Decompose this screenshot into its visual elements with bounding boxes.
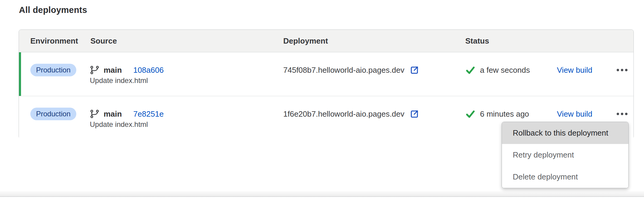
menu-item-retry[interactable]: Retry deployment [502,144,628,166]
table-row: Production main 108a606 Update index.htm… [19,52,633,96]
more-options-button[interactable] [615,66,629,74]
view-build-cell: View build [557,107,592,121]
column-header-environment: Environment [30,30,78,52]
view-build-link[interactable]: View build [557,66,592,75]
section-bottom-band [0,191,644,196]
source-cell: main 108a606 [90,63,164,77]
deployment-url: 745f08b7.helloworld-aio.pages.dev [283,66,404,75]
check-icon [465,65,475,75]
page-title: All deployments [19,5,87,15]
environment-cell: Production [30,107,76,121]
more-options-button[interactable] [615,110,629,118]
deployment-cell: 1f6e20b7.helloworld-aio.pages.dev [283,107,420,121]
external-link-icon[interactable] [409,65,420,75]
column-header-source: Source [90,30,117,52]
menu-item-rollback[interactable]: Rollback to this deployment [502,122,628,144]
section-divider [0,196,644,197]
ellipsis-icon [617,69,619,71]
commit-message: Update index.html [90,120,148,129]
external-link-icon[interactable] [409,109,420,119]
branch-name: main [104,66,122,75]
commit-link[interactable]: 108a606 [133,66,164,75]
check-icon [465,109,475,119]
view-build-link[interactable]: View build [557,109,592,119]
status-cell: 6 minutes ago [465,107,529,121]
status-time: a few seconds [480,66,530,75]
view-build-cell: View build [557,63,592,77]
deployment-url: 1f6e20b7.helloworld-aio.pages.dev [283,109,404,119]
column-header-deployment: Deployment [283,30,328,52]
column-header-status: Status [465,30,489,52]
branch-name: main [104,109,122,119]
table-header-row: Environment Source Deployment Status [19,30,633,52]
commit-message: Update index.html [90,76,148,85]
deployment-context-menu: Rollback to this deployment Retry deploy… [502,122,629,188]
deployments-page: All deployments Environment Source Deplo… [0,0,644,199]
deployment-cell: 745f08b7.helloworld-aio.pages.dev [283,63,420,77]
environment-badge: Production [30,64,76,76]
commit-link[interactable]: 7e8251e [133,109,164,119]
status-time: 6 minutes ago [480,109,529,119]
status-cell: a few seconds [465,63,530,77]
source-cell: main 7e8251e [90,107,164,121]
ellipsis-icon [617,113,619,115]
git-branch-icon [90,109,99,119]
row-actions-cell [614,63,630,77]
menu-item-delete[interactable]: Delete deployment [502,166,628,188]
row-actions-cell [614,107,630,121]
git-branch-icon [90,65,99,75]
current-deployment-indicator [19,52,21,96]
environment-badge: Production [30,108,76,120]
environment-cell: Production [30,63,76,77]
